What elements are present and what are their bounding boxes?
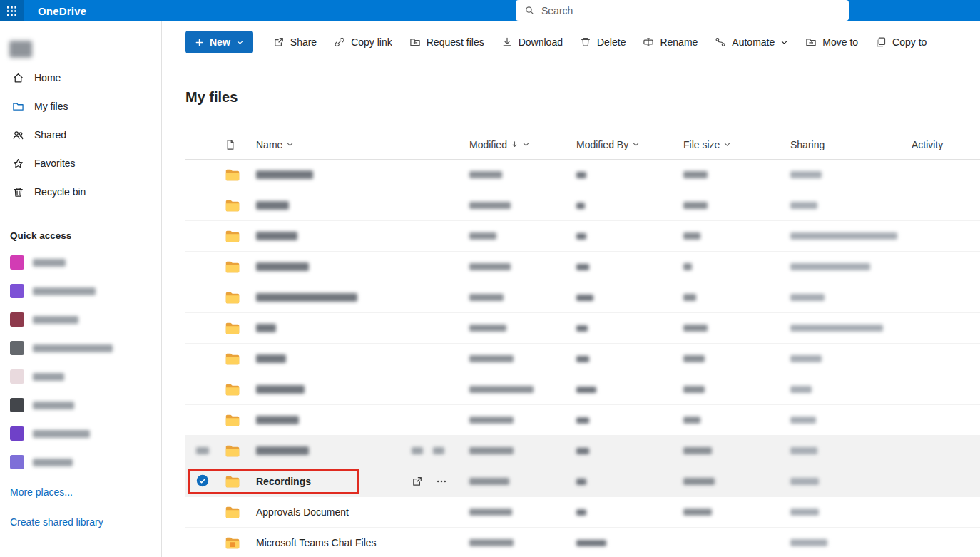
name-redacted [256, 324, 276, 332]
search-input[interactable] [541, 5, 840, 16]
share-icon[interactable] [412, 476, 423, 487]
quick-access-item[interactable] [0, 277, 161, 305]
sidebar-item-home[interactable]: Home [0, 63, 161, 92]
sidebar-item-recycle-bin[interactable]: Recycle bin [0, 178, 161, 206]
column-label: Modified [469, 139, 507, 150]
sidebar-item-label: Recycle bin [34, 186, 86, 198]
modified-by-cell [568, 353, 675, 364]
redacted-text [683, 171, 708, 178]
redacted-text [790, 263, 870, 270]
sharing-cell [782, 445, 904, 456]
table-row[interactable] [185, 436, 980, 466]
new-button[interactable]: New [185, 31, 253, 53]
rename-button[interactable]: Rename [636, 31, 705, 53]
people-icon [12, 129, 24, 141]
table-row[interactable]: Approvals Document [185, 497, 980, 528]
redacted-text [790, 386, 812, 393]
table-row[interactable] [185, 221, 980, 252]
quick-access-item[interactable] [0, 448, 161, 476]
site-icon [10, 341, 24, 355]
modified-cell [461, 476, 568, 487]
site-icon [10, 369, 24, 384]
selected-check-icon[interactable] [196, 474, 209, 489]
redacted-text [790, 539, 827, 546]
sharing-cell [782, 506, 904, 518]
table-row[interactable] [185, 252, 980, 282]
sidebar-item-shared[interactable]: Shared [0, 121, 161, 149]
table-row[interactable] [185, 282, 980, 313]
table-row[interactable]: Recordings [185, 466, 980, 497]
table-row[interactable]: Microsoft Teams Chat Files [185, 528, 980, 557]
quick-access-item[interactable] [0, 248, 161, 277]
folder-icon [225, 228, 240, 244]
app-launcher-button[interactable] [0, 0, 24, 21]
redacted-text [576, 233, 586, 240]
quick-access-item[interactable] [0, 334, 161, 362]
sharing-cell [782, 169, 904, 180]
redacted-text [576, 479, 586, 485]
sidebar: Home My files Shared Favorites Recycle b… [0, 21, 162, 557]
table-row[interactable] [185, 344, 980, 374]
chevron-down-icon [522, 140, 530, 148]
folder-icon [225, 412, 240, 428]
folder-icon [225, 167, 240, 183]
file-name[interactable]: Microsoft Teams Chat Files [256, 537, 377, 548]
sidebar-item-label: Shared [34, 129, 66, 140]
request-files-button[interactable]: Request files [402, 31, 491, 53]
sharing-cell [782, 384, 904, 395]
quick-access-item[interactable] [0, 305, 161, 334]
redacted-label [33, 430, 90, 438]
search-box[interactable] [516, 0, 849, 21]
table-row[interactable] [185, 405, 980, 436]
move-to-button[interactable]: Move to [798, 31, 865, 53]
name-redacted [256, 385, 305, 394]
quick-access-title: Quick access [10, 230, 161, 241]
column-header-file-size[interactable]: File size [675, 139, 782, 150]
quick-access-item[interactable] [0, 419, 161, 448]
modified-by-cell [568, 200, 675, 211]
file-size-cell [675, 476, 782, 487]
more-options-icon[interactable] [436, 476, 447, 487]
redacted-text [683, 447, 712, 454]
delete-button[interactable]: Delete [573, 31, 633, 53]
modified-cell [461, 261, 568, 272]
table-row[interactable] [185, 160, 980, 190]
column-header-modified[interactable]: Modified [461, 139, 568, 150]
folder-icon [225, 290, 240, 305]
modified-by-cell [568, 230, 675, 242]
redacted-text [576, 540, 606, 546]
table-row[interactable] [185, 374, 980, 405]
sidebar-item-favorites[interactable]: Favorites [0, 149, 161, 178]
download-button[interactable]: Download [494, 31, 570, 53]
table-row[interactable] [185, 190, 980, 221]
column-header-name[interactable]: Name [248, 130, 461, 159]
redacted-text [576, 356, 589, 362]
table-row[interactable] [185, 313, 980, 344]
create-shared-library-link[interactable]: Create shared library [10, 516, 103, 528]
name-redacted [256, 262, 309, 271]
sidebar-item-my-files[interactable]: My files [0, 92, 161, 121]
folder-icon [225, 382, 240, 397]
sort-descending-icon [511, 140, 519, 148]
redacted-text [469, 263, 511, 270]
automate-button[interactable]: Automate [708, 31, 795, 53]
file-size-cell [675, 414, 782, 426]
file-name[interactable]: Recordings [256, 476, 311, 487]
column-header-sharing[interactable]: Sharing [782, 139, 904, 150]
column-header-activity[interactable]: Activity [904, 139, 980, 150]
folder-icon [225, 320, 240, 336]
column-header-modified-by[interactable]: Modified By [568, 139, 675, 150]
quick-access-item[interactable] [0, 362, 161, 391]
more-places-link[interactable]: More places... [10, 486, 73, 498]
quick-access-item[interactable] [0, 391, 161, 419]
type-column-header[interactable] [220, 139, 248, 150]
move-to-icon [805, 36, 817, 48]
share-button[interactable]: Share [266, 31, 324, 53]
copy-link-button[interactable]: Copy link [327, 31, 399, 53]
copy-to-button[interactable]: Copy to [868, 31, 934, 53]
home-icon [12, 72, 24, 84]
file-size-cell [675, 506, 782, 518]
file-name[interactable]: Approvals Document [256, 506, 349, 518]
chevron-down-icon [632, 140, 640, 148]
modified-cell [461, 384, 568, 395]
